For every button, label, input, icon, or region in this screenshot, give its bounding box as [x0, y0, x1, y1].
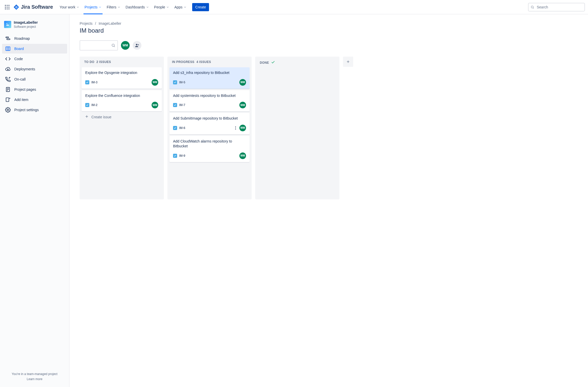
column-header[interactable]: DONE [257, 60, 337, 69]
sidebar-item-add-item[interactable]: Add item [2, 95, 67, 105]
svg-line-10 [533, 8, 534, 8]
issue-key: IM-2 [91, 103, 97, 107]
project-header[interactable]: ImageLabeller Software project [2, 20, 67, 34]
create-button[interactable]: Create [192, 3, 209, 11]
svg-point-5 [8, 7, 9, 8]
app-switcher-button[interactable] [3, 3, 11, 11]
sidebar-item-oncall[interactable]: On-call [2, 74, 67, 84]
nav-dashboards[interactable]: Dashboards [123, 0, 152, 14]
column-cards: Add s3_infra repository to Bitbucket IM-… [169, 67, 250, 162]
svg-rect-23 [6, 98, 9, 102]
project-type: Software project [14, 25, 38, 29]
nav-people[interactable]: People [152, 0, 172, 14]
issue-key: IM-9 [179, 154, 185, 158]
assignee-avatar[interactable]: WM [152, 79, 158, 86]
add-people-button[interactable] [133, 41, 141, 50]
column-title: DONE [260, 61, 269, 64]
sidebar-item-roadmap[interactable]: Roadmap [2, 34, 67, 43]
footer-text: You're in a team-managed project [5, 372, 64, 376]
issue-title: Add CloudWatch alarms repository to Bitb… [173, 139, 246, 149]
sidebar-item-project-pages[interactable]: Project pages [2, 85, 67, 94]
issue-title: Add SubmitImage repository to Bitbucket [173, 116, 246, 121]
plus-icon [85, 114, 89, 119]
global-search[interactable] [528, 3, 585, 11]
issue-card[interactable]: Add s3_infra repository to Bitbucket IM-… [169, 67, 250, 89]
sidebar-item-project-settings[interactable]: Project settings [2, 105, 67, 115]
search-icon [111, 43, 115, 47]
column-header[interactable]: TO DO 2 ISSUES [82, 60, 162, 67]
assignee-avatar[interactable]: WM [121, 41, 130, 50]
board-toolbar: WM [80, 40, 578, 50]
breadcrumb-separator: / [95, 21, 96, 25]
breadcrumb-projects[interactable]: Projects [80, 21, 93, 25]
svg-point-8 [8, 8, 9, 9]
assignee-avatar[interactable]: WM [239, 152, 246, 159]
nav-filters[interactable]: Filters [104, 0, 123, 14]
board-icon [5, 46, 11, 51]
breadcrumb-project[interactable]: ImageLabeller [99, 21, 121, 25]
top-navigation: Jira Software Your work Projects Filters… [0, 0, 588, 14]
column-header[interactable]: IN PROGRESS 4 ISSUES [169, 60, 250, 67]
assignee-avatar[interactable]: WM [239, 79, 246, 86]
chevron-down-icon [146, 6, 149, 9]
chevron-down-icon [99, 6, 102, 9]
sidebar-footer: You're in a team-managed project Learn m… [2, 369, 67, 384]
assignee-avatar[interactable]: WM [152, 102, 158, 108]
issue-card[interactable]: Add SubmitImage repository to Bitbucket … [169, 113, 250, 134]
issue-title: Explore the Confluence integration [85, 93, 158, 98]
sidebar-item-deployments[interactable]: Deployments [2, 64, 67, 74]
done-check-icon [271, 60, 275, 65]
sidebar-nav: Roadmap Board Code Deployments On-call P… [2, 34, 67, 115]
issue-key: IM-5 [179, 81, 185, 84]
chevron-down-icon [76, 6, 79, 9]
assignee-avatar[interactable]: WM [239, 102, 246, 108]
product-logo[interactable]: Jira Software [13, 4, 53, 10]
issue-card[interactable]: Explore the Confluence integration IM-2 … [82, 90, 162, 112]
issue-title: Explore the Opsgenie integration [85, 70, 158, 75]
add-person-icon [135, 43, 139, 48]
product-name: Jira Software [21, 4, 53, 10]
issue-title: Add systemtests repository to Bitbucket [173, 93, 246, 98]
column-cards: Explore the Opsgenie integration IM-3 WM… [82, 67, 162, 111]
board-title: IM board [80, 27, 578, 34]
add-column-button[interactable] [343, 57, 353, 67]
project-name: ImageLabeller [14, 20, 38, 24]
roadmap-icon [5, 36, 11, 41]
code-icon [5, 56, 11, 62]
svg-rect-14 [6, 47, 10, 51]
nav-apps[interactable]: Apps [172, 0, 189, 14]
svg-point-11 [7, 23, 7, 24]
nav-your-work[interactable]: Your work [57, 0, 82, 14]
svg-rect-13 [7, 39, 10, 40]
chevron-down-icon [166, 6, 169, 9]
chevron-down-icon [117, 6, 120, 9]
column-title: IN PROGRESS [172, 60, 194, 64]
task-type-icon [173, 154, 177, 158]
task-type-icon [173, 126, 177, 130]
sidebar-item-board[interactable]: Board [2, 44, 67, 54]
board-search[interactable] [80, 40, 118, 50]
nav-items: Your work Projects Filters Dashboards Pe… [57, 0, 189, 14]
issue-card[interactable]: Explore the Opsgenie integration IM-3 WM [82, 67, 162, 89]
nav-projects[interactable]: Projects [82, 0, 104, 14]
svg-point-6 [5, 8, 6, 9]
board-column: TO DO 2 ISSUES Explore the Opsgenie inte… [80, 57, 164, 199]
svg-point-17 [9, 78, 9, 79]
sidebar-item-code[interactable]: Code [2, 54, 67, 64]
learn-more-link[interactable]: Learn more [5, 377, 64, 381]
svg-point-18 [9, 77, 10, 78]
kanban-board: TO DO 2 ISSUES Explore the Opsgenie inte… [80, 57, 578, 199]
column-count: 2 ISSUES [96, 60, 111, 64]
svg-point-27 [112, 44, 114, 46]
create-issue-button[interactable]: Create issue [82, 112, 162, 122]
global-search-input[interactable] [536, 5, 582, 9]
issue-card[interactable]: Add systemtests repository to Bitbucket … [169, 90, 250, 112]
issue-key: IM-7 [179, 103, 185, 107]
svg-point-0 [5, 5, 6, 6]
column-title: TO DO [84, 60, 94, 64]
issue-card[interactable]: Add CloudWatch alarms repository to Bitb… [169, 136, 250, 162]
svg-point-9 [531, 6, 533, 8]
svg-point-3 [5, 7, 6, 8]
assignee-avatar[interactable]: WM [239, 125, 246, 131]
svg-point-26 [7, 109, 9, 111]
